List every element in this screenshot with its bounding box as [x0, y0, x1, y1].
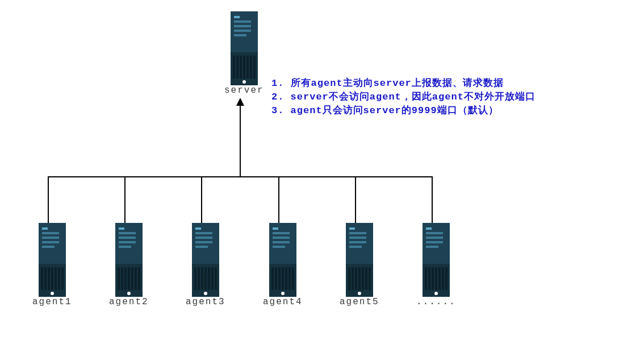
- svg-rect-50: [195, 241, 212, 243]
- svg-rect-7: [233, 56, 235, 78]
- notes-block: 1. 所有agent主动向server上报数据、请求数据 2. server不会…: [271, 77, 536, 118]
- svg-rect-12: [250, 56, 252, 78]
- note-line-2: 2. server不会访问agent，因此agent不对外开放端口: [271, 90, 536, 104]
- svg-rect-6: [234, 34, 246, 36]
- svg-rect-66: [273, 246, 285, 248]
- svg-rect-96: [426, 246, 438, 248]
- svg-rect-4: [234, 25, 251, 27]
- server-icon: [113, 223, 145, 297]
- drop-line-5: [355, 176, 356, 223]
- svg-rect-73: [292, 267, 294, 290]
- svg-rect-77: [349, 227, 355, 230]
- svg-rect-53: [198, 267, 200, 290]
- svg-rect-27: [58, 267, 60, 290]
- svg-rect-80: [349, 241, 366, 243]
- svg-rect-87: [365, 267, 367, 290]
- svg-rect-52: [194, 267, 196, 290]
- svg-rect-24: [48, 267, 50, 290]
- svg-rect-11: [246, 56, 249, 78]
- svg-rect-17: [42, 227, 48, 230]
- svg-rect-68: [275, 267, 277, 290]
- svg-rect-79: [349, 237, 366, 239]
- svg-point-44: [127, 292, 131, 295]
- svg-rect-33: [119, 232, 136, 234]
- svg-rect-48: [195, 232, 212, 234]
- svg-rect-81: [349, 246, 362, 248]
- svg-rect-41: [131, 267, 133, 290]
- svg-rect-62: [273, 227, 278, 230]
- svg-point-29: [51, 292, 54, 295]
- agent-node-2: agent2: [109, 223, 149, 307]
- main-vertical-line: [240, 105, 241, 177]
- agent-label-1: agent1: [32, 297, 72, 307]
- svg-rect-55: [204, 267, 207, 290]
- drop-line-6: [432, 176, 433, 223]
- agent-label-4: agent4: [263, 297, 303, 307]
- diagram-canvas: server 1. 所有agent主动向server上报数据、请求数据 2. s…: [0, 0, 644, 348]
- note-line-3: 3. agent只会访问server的9999端口（默认）: [271, 104, 536, 118]
- svg-rect-88: [369, 267, 371, 290]
- svg-rect-32: [119, 227, 124, 230]
- svg-rect-13: [253, 56, 256, 78]
- svg-rect-57: [211, 267, 214, 290]
- drop-line-2: [124, 176, 126, 223]
- svg-rect-21: [42, 246, 55, 248]
- svg-rect-26: [55, 267, 57, 290]
- svg-rect-20: [42, 241, 59, 243]
- server-icon: [420, 223, 452, 297]
- svg-rect-19: [42, 237, 59, 239]
- server-icon: [36, 223, 68, 297]
- svg-rect-84: [355, 267, 357, 290]
- svg-rect-22: [41, 267, 43, 290]
- svg-rect-3: [234, 20, 251, 23]
- svg-rect-94: [426, 237, 443, 239]
- svg-rect-82: [348, 267, 350, 290]
- svg-rect-5: [234, 30, 251, 32]
- svg-rect-100: [435, 267, 437, 290]
- svg-rect-70: [282, 267, 284, 290]
- svg-rect-37: [118, 267, 120, 290]
- note-line-1: 1. 所有agent主动向server上报数据、请求数据: [271, 77, 536, 90]
- svg-rect-67: [271, 267, 274, 290]
- server-label: server: [224, 85, 264, 96]
- svg-rect-2: [234, 16, 240, 18]
- svg-rect-25: [51, 267, 53, 290]
- agent-node-5: agent5: [340, 223, 379, 307]
- svg-rect-85: [358, 267, 361, 290]
- agent-label-2: agent2: [109, 297, 149, 307]
- server-icon: [228, 11, 260, 85]
- agent-node-4: agent4: [263, 223, 303, 307]
- svg-rect-8: [236, 56, 239, 78]
- svg-rect-36: [119, 246, 131, 248]
- svg-rect-54: [201, 267, 203, 290]
- agent-label-3: agent3: [186, 297, 225, 307]
- server-icon: [190, 223, 221, 297]
- svg-rect-43: [138, 267, 140, 290]
- svg-rect-38: [121, 267, 123, 290]
- svg-rect-99: [432, 267, 434, 290]
- server-node: server: [224, 11, 264, 96]
- svg-rect-101: [438, 267, 441, 290]
- drop-line-1: [48, 176, 49, 223]
- svg-rect-9: [240, 56, 242, 78]
- svg-rect-58: [215, 267, 217, 290]
- drop-line-3: [201, 176, 202, 223]
- svg-rect-71: [285, 267, 287, 290]
- drop-line-4: [278, 176, 279, 223]
- svg-rect-47: [195, 227, 201, 230]
- svg-rect-23: [44, 267, 47, 290]
- svg-rect-42: [135, 267, 137, 290]
- agent-label-5: agent5: [340, 297, 379, 307]
- svg-rect-35: [119, 241, 136, 243]
- svg-rect-51: [195, 246, 208, 248]
- svg-rect-93: [426, 232, 443, 234]
- svg-point-59: [204, 292, 207, 295]
- agent-node-1: agent1: [32, 223, 72, 307]
- agent-node-6: ......: [416, 223, 456, 307]
- svg-rect-95: [426, 241, 443, 243]
- svg-rect-56: [208, 267, 210, 290]
- agent-node-3: agent3: [186, 223, 225, 307]
- server-icon: [344, 223, 375, 297]
- svg-rect-103: [445, 267, 448, 290]
- svg-rect-72: [288, 267, 291, 290]
